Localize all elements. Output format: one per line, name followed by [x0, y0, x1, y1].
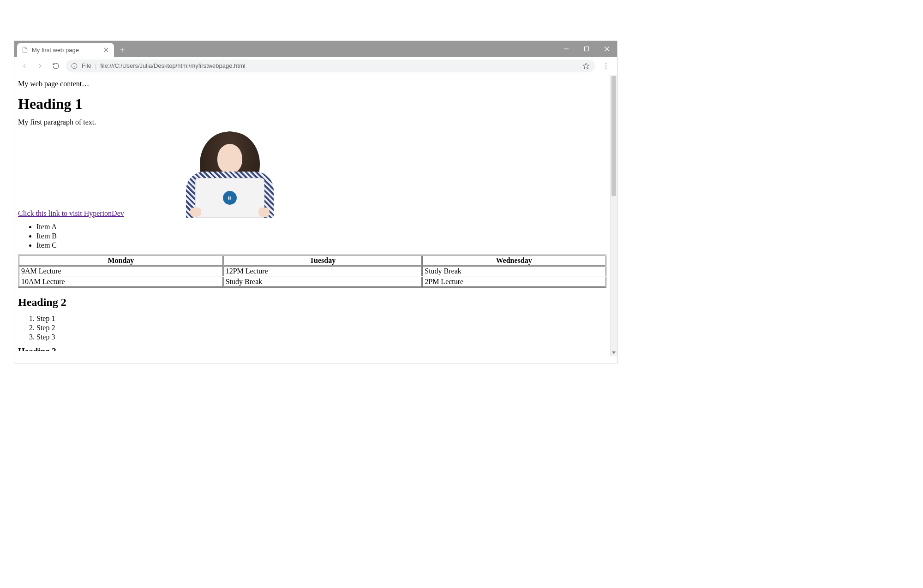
svg-point-14: [605, 67, 606, 68]
table-cell: 9AM Lecture: [19, 266, 223, 276]
tab-strip: My first web page: [14, 41, 617, 57]
laptop-logo-icon: ʜ: [223, 191, 237, 205]
reload-button[interactable]: [50, 60, 61, 71]
site-info-icon[interactable]: [71, 62, 78, 70]
heading-2: Heading 2: [18, 296, 606, 309]
file-icon: [22, 47, 28, 53]
table-cell: 10AM Lecture: [19, 277, 223, 287]
list-item: Step 3: [36, 333, 606, 342]
table-cell: Study Break: [223, 277, 422, 287]
paragraph-1: My first paragraph of text.: [18, 118, 606, 126]
table-row: 10AM Lecture Study Break 2PM Lecture: [19, 277, 605, 287]
bookmark-star-icon[interactable]: [582, 62, 590, 70]
scrollbar-thumb[interactable]: [611, 76, 616, 196]
page-content: My web page content… Heading 1 My first …: [14, 75, 610, 363]
svg-point-12: [605, 63, 606, 64]
browser-window: My first web page: [14, 41, 617, 363]
table-header-row: Monday Tuesday Wednesday: [19, 255, 605, 266]
browser-menu-button[interactable]: [599, 59, 612, 72]
svg-marker-16: [612, 351, 616, 354]
heading-3-partial: Heading 3: [18, 346, 606, 351]
intro-text: My web page content…: [18, 80, 606, 88]
table-header: Tuesday: [223, 255, 422, 266]
hyperiondev-link[interactable]: Click this link to visit HyperionDev: [18, 209, 124, 217]
forward-button[interactable]: [35, 60, 46, 71]
back-button[interactable]: [19, 60, 30, 71]
tab-title: My first web page: [32, 47, 99, 53]
url-scheme-label: File: [82, 62, 91, 69]
svg-marker-11: [583, 63, 589, 69]
table-cell: 2PM Lecture: [422, 277, 605, 287]
address-bar[interactable]: File | file:///C:/Users/Julia/Desktop/ht…: [66, 59, 595, 72]
svg-point-13: [605, 65, 606, 66]
window-controls: [556, 41, 617, 57]
table-cell: 12PM Lecture: [223, 266, 422, 276]
url-text: file:///C:/Users/Julia/Desktop/html/myfi…: [100, 62, 578, 69]
table-row: 9AM Lecture 12PM Lecture Study Break: [19, 266, 605, 276]
viewport: My web page content… Heading 1 My first …: [14, 75, 617, 363]
tab-close-button[interactable]: [103, 47, 109, 53]
scroll-down-arrow-icon[interactable]: [611, 349, 617, 356]
window-close-button[interactable]: [597, 41, 617, 57]
maximize-button[interactable]: [576, 41, 597, 57]
table-cell: Study Break: [422, 266, 605, 276]
new-tab-button[interactable]: [116, 43, 129, 56]
heading-1: Heading 1: [18, 95, 606, 113]
list-item: Item B: [36, 232, 606, 241]
minimize-button[interactable]: [556, 41, 576, 57]
list-item: Step 1: [36, 314, 606, 323]
unordered-list: Item A Item B Item C: [36, 222, 606, 250]
list-item: Item A: [36, 222, 606, 232]
browser-tab[interactable]: My first web page: [17, 43, 114, 57]
list-item: Step 2: [36, 323, 606, 333]
ordered-list: Step 1 Step 2 Step 3: [36, 314, 606, 342]
table-header: Wednesday: [422, 255, 605, 266]
browser-toolbar: File | file:///C:/Users/Julia/Desktop/ht…: [14, 57, 617, 75]
svg-rect-5: [585, 47, 589, 51]
url-separator: |: [95, 62, 96, 69]
vertical-scrollbar[interactable]: [610, 75, 617, 356]
table-header: Monday: [19, 255, 223, 266]
content-image: ʜ: [177, 126, 283, 218]
list-item: Item C: [36, 241, 606, 250]
schedule-table: Monday Tuesday Wednesday 9AM Lecture 12P…: [18, 255, 606, 288]
